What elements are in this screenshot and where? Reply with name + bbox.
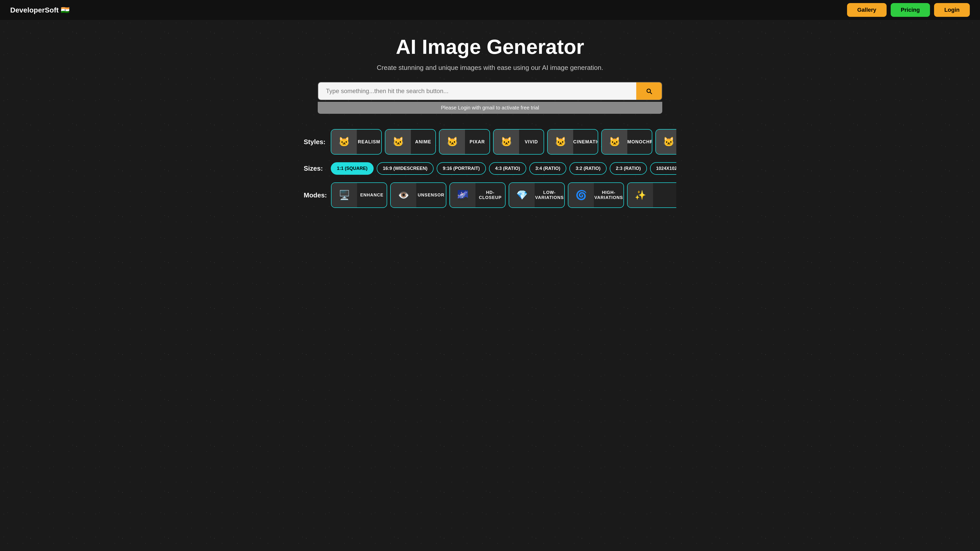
hero-subtitle: Create stunning and unique images with e… [10, 64, 970, 72]
mode-card-hdcloseup[interactable]: 🌌 HD-CLOSEUP [449, 183, 506, 208]
sizes-row: 1:1 (SQUARE)16:9 (WIDESCREEN)9:16 (PORTR… [331, 162, 676, 175]
search-button[interactable] [636, 83, 662, 100]
search-icon [646, 87, 652, 95]
style-img-anime: 🐱 [385, 130, 411, 154]
search-input[interactable] [318, 83, 636, 100]
login-button[interactable]: Login [934, 3, 970, 17]
mode-label-enhance: ENHANCE [357, 192, 387, 198]
style-card-pixar[interactable]: 🐱 PIXAR [439, 129, 490, 155]
style-label-monochrome: MONOCHROME [627, 139, 652, 144]
styles-row: 🐱 REALISM 🐱 ANIME 🐱 PIXAR 🐱 VIVID 🐱 CINE… [331, 129, 676, 155]
style-label-vivid: VIVID [519, 139, 544, 144]
search-bar [318, 82, 662, 100]
size-pill-widescreen[interactable]: 16:9 (WIDESCREEN) [377, 162, 434, 175]
mode-img-hdcloseup: 🌌 [450, 183, 476, 207]
style-label-realism: REALISM [357, 139, 381, 144]
style-img-monochrome: 🐱 [602, 130, 627, 154]
size-pill-43[interactable]: 4:3 (RATIO) [489, 162, 526, 175]
styles-section: Styles: 🐱 REALISM 🐱 ANIME 🐱 PIXAR 🐱 VIVI… [299, 129, 681, 155]
style-label-pixar: PIXAR [465, 139, 490, 144]
mode-img-lowvariations: 💎 [509, 183, 535, 207]
style-card-cinematic[interactable]: 🐱 CINEMATIC [547, 129, 598, 155]
size-pill-34[interactable]: 3:4 (RATIO) [529, 162, 566, 175]
mode-card-lowvariations[interactable]: 💎 LOW-VARIATIONS [509, 183, 565, 208]
size-pill-square[interactable]: 1:1 (SQUARE) [331, 162, 374, 175]
mode-img-extra: ✨ [628, 183, 653, 207]
modes-row: 🖥️ ENHANCE 👁️ UNSENSOR 🌌 HD-CLOSEUP 💎 LO… [331, 183, 676, 208]
gallery-button[interactable]: Gallery [847, 3, 886, 17]
sizes-label: Sizes: [304, 165, 327, 172]
mode-card-highvariations[interactable]: 🌀 HIGH-VARIATIONS [568, 183, 624, 208]
mode-img-enhance: 🖥️ [331, 183, 357, 207]
hero-title: AI Image Generator [10, 35, 970, 59]
style-card-anime[interactable]: 🐱 ANIME [385, 129, 436, 155]
nav-buttons: Gallery Pricing Login [847, 3, 970, 17]
styles-label: Styles: [304, 138, 327, 146]
size-pill-23[interactable]: 2:3 (RATIO) [610, 162, 647, 175]
size-pill-portrait[interactable]: 9:16 (PORTRAIT) [437, 162, 486, 175]
pricing-button[interactable]: Pricing [891, 3, 930, 17]
mode-img-unsensor: 👁️ [391, 183, 416, 207]
mode-card-unsensor[interactable]: 👁️ UNSENSOR [390, 183, 446, 208]
style-card-realism[interactable]: 🐱 REALISM [331, 129, 382, 155]
size-pill-1024[interactable]: 1024X1024 (PIXEL) [650, 162, 676, 175]
hero-section: AI Image Generator Create stunning and u… [0, 20, 980, 121]
style-img-pixar: 🐱 [439, 130, 465, 154]
sizes-section: Sizes: 1:1 (SQUARE)16:9 (WIDESCREEN)9:16… [299, 162, 681, 175]
mode-card-extra[interactable]: ✨ [627, 183, 676, 208]
style-card-extra[interactable]: 🐱 [655, 129, 676, 155]
mode-label-lowvariations: LOW-VARIATIONS [535, 190, 564, 200]
style-img-vivid: 🐱 [493, 130, 519, 154]
site-logo: DeveloperSoft 🇮🇳 [10, 6, 70, 14]
style-card-vivid[interactable]: 🐱 VIVID [493, 129, 544, 155]
mode-label-unsensor: UNSENSOR [416, 192, 446, 198]
style-label-cinematic: CINEMATIC [573, 139, 598, 144]
style-img-extra: 🐱 [656, 130, 676, 154]
style-card-monochrome[interactable]: 🐱 MONOCHROME [601, 129, 652, 155]
mode-img-highvariations: 🌀 [568, 183, 594, 207]
style-img-cinematic: 🐱 [548, 130, 573, 154]
mode-card-enhance[interactable]: 🖥️ ENHANCE [331, 183, 387, 208]
mode-label-hdcloseup: HD-CLOSEUP [476, 190, 505, 200]
style-img-realism: 🐱 [331, 130, 357, 154]
search-notice: Please Login with gmail to activate free… [318, 102, 662, 114]
modes-section: Modes: 🖥️ ENHANCE 👁️ UNSENSOR 🌌 HD-CLOSE… [299, 183, 681, 208]
modes-label: Modes: [304, 191, 327, 199]
style-label-anime: ANIME [411, 139, 435, 144]
navbar: DeveloperSoft 🇮🇳 Gallery Pricing Login [0, 0, 980, 20]
size-pill-32[interactable]: 3:2 (RATIO) [570, 162, 607, 175]
mode-label-highvariations: HIGH-VARIATIONS [594, 190, 624, 200]
